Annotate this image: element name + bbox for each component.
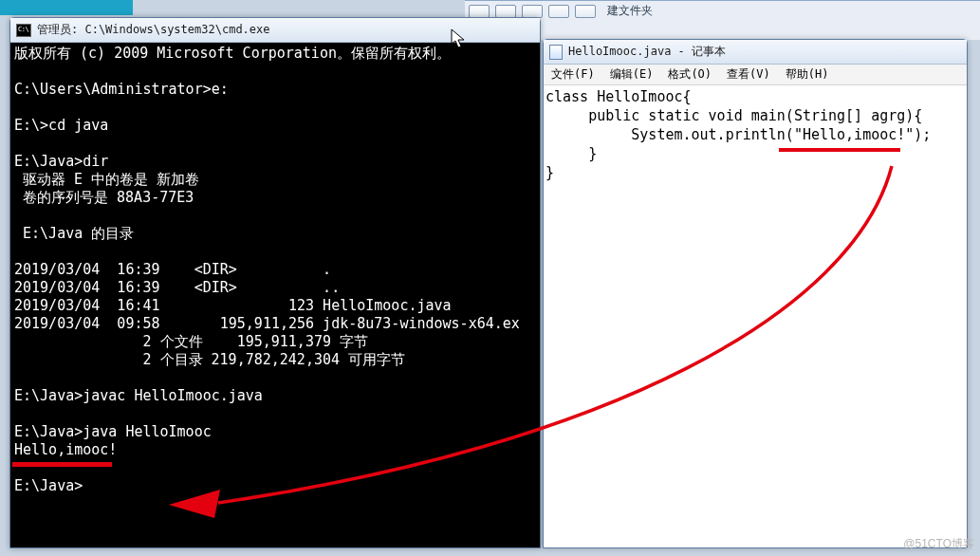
notepad-titlebar[interactable]: HelloImooc.java - 记事本 — [544, 40, 967, 65]
annotation-underline-println — [779, 148, 900, 152]
cmd-terminal-area[interactable]: 版权所有 (c) 2009 Microsoft Corporation。保留所有… — [10, 43, 540, 547]
cmd-icon — [16, 24, 31, 37]
notepad-title-text: HelloImooc.java - 记事本 — [568, 44, 726, 60]
notepad-editor-area[interactable]: class HelloImooc{ public static void mai… — [544, 85, 967, 547]
explorer-button-3[interactable] — [522, 5, 543, 18]
notepad-menu-item-1[interactable]: 编辑(E) — [602, 65, 661, 84]
annotation-underline-output — [12, 462, 112, 467]
notepad-menu-item-4[interactable]: 帮助(H) — [778, 65, 837, 84]
notepad-menubar: 文件(F)编辑(E)格式(O)查看(V)帮助(H) — [544, 65, 967, 85]
explorer-button-2[interactable] — [495, 5, 516, 18]
watermark-text: @51CTO博客 — [903, 536, 974, 552]
explorer-button-1[interactable] — [469, 5, 490, 18]
explorer-toolbar-fragment: 建文件夹 — [465, 0, 980, 40]
notepad-menu-item-3[interactable]: 查看(V) — [719, 65, 778, 84]
cmd-titlebar[interactable]: 管理员: C:\Windows\system32\cmd.exe — [10, 18, 540, 43]
notepad-window[interactable]: HelloImooc.java - 记事本 文件(F)编辑(E)格式(O)查看(… — [543, 39, 968, 548]
cmd-output-text: 版权所有 (c) 2009 Microsoft Corporation。保留所有… — [14, 45, 536, 495]
explorer-button-4[interactable] — [548, 5, 569, 18]
explorer-button-5[interactable] — [575, 5, 596, 18]
notepad-menu-item-0[interactable]: 文件(F) — [544, 65, 602, 84]
desktop-accent — [0, 0, 133, 15]
notepad-menu-item-2[interactable]: 格式(O) — [660, 65, 719, 84]
cmd-window[interactable]: 管理员: C:\Windows\system32\cmd.exe 版权所有 (c… — [9, 17, 541, 548]
notepad-code-text: class HelloImooc{ public static void mai… — [545, 87, 965, 182]
explorer-new-folder-label[interactable]: 建文件夹 — [607, 3, 653, 19]
notepad-icon — [549, 45, 563, 60]
cmd-title-text: 管理员: C:\Windows\system32\cmd.exe — [37, 22, 270, 38]
